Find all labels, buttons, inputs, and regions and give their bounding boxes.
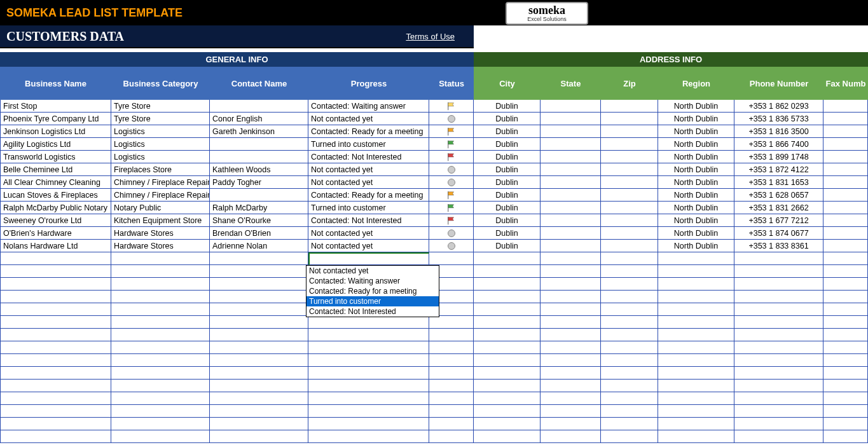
cell-bname[interactable]: O'Brien's Hardware — [0, 227, 111, 240]
col-business-name[interactable]: Business Name — [0, 67, 111, 100]
cell-status[interactable] — [429, 138, 474, 151]
cell-zip[interactable] — [601, 380, 658, 392]
cell-city[interactable]: Dublin — [474, 202, 541, 214]
cell-city[interactable]: Dublin — [474, 138, 541, 151]
cell-progress[interactable]: Contacted: Not Interested — [308, 214, 429, 227]
cell-bname[interactable] — [0, 329, 111, 341]
cell-region[interactable]: North Dublin — [658, 214, 734, 227]
cell-fax[interactable] — [823, 392, 868, 405]
cell-cname[interactable] — [210, 405, 308, 418]
table-row[interactable] — [0, 380, 868, 392]
cell-state[interactable] — [541, 163, 601, 176]
cell-zip[interactable] — [601, 176, 658, 189]
cell-zip[interactable] — [601, 418, 658, 430]
cell-status[interactable] — [429, 380, 474, 392]
cell-phone[interactable] — [734, 316, 823, 329]
cell-region[interactable] — [658, 367, 734, 380]
table-row[interactable]: O'Brien's HardwareHardware StoresBrendan… — [0, 227, 868, 240]
cell-cname[interactable]: Kathleen Woods — [210, 163, 308, 176]
cell-city[interactable] — [474, 252, 541, 265]
cell-cname[interactable] — [210, 418, 308, 430]
table-row[interactable]: Phoenix Tyre Company LtdTyre StoreConor … — [0, 113, 868, 125]
table-row[interactable] — [0, 354, 868, 367]
cell-status[interactable] — [429, 214, 474, 227]
table-row[interactable] — [0, 341, 868, 354]
cell-phone[interactable]: +353 1 899 1748 — [734, 151, 823, 163]
cell-bname[interactable]: Nolans Hardware Ltd — [0, 240, 111, 252]
cell-progress[interactable]: Not contacted yet — [308, 176, 429, 189]
cell-bcat[interactable]: Hardware Stores — [111, 227, 210, 240]
cell-state[interactable] — [541, 380, 601, 392]
cell-phone[interactable]: +353 1 831 2662 — [734, 202, 823, 214]
cell-state[interactable] — [541, 240, 601, 252]
cell-region[interactable] — [658, 392, 734, 405]
cell-status[interactable] — [429, 329, 474, 341]
cell-zip[interactable] — [601, 100, 658, 113]
cell-zip[interactable] — [601, 252, 658, 265]
cell-zip[interactable] — [601, 367, 658, 380]
cell-bcat[interactable] — [111, 316, 210, 329]
cell-region[interactable] — [658, 405, 734, 418]
cell-bname[interactable] — [0, 418, 111, 430]
cell-cname[interactable] — [210, 316, 308, 329]
cell-state[interactable] — [541, 316, 601, 329]
cell-state[interactable] — [541, 303, 601, 316]
cell-bname[interactable]: Jenkinson Logistics Ltd — [0, 125, 111, 138]
cell-cname[interactable] — [210, 278, 308, 291]
cell-progress[interactable] — [308, 392, 429, 405]
cell-progress[interactable] — [308, 341, 429, 354]
cell-fax[interactable] — [823, 202, 868, 214]
cell-state[interactable] — [541, 430, 601, 443]
cell-status[interactable] — [429, 227, 474, 240]
cell-bcat[interactable] — [111, 380, 210, 392]
cell-status[interactable] — [429, 151, 474, 163]
cell-region[interactable] — [658, 291, 734, 303]
cell-bcat[interactable]: Hardware Stores — [111, 240, 210, 252]
cell-city[interactable] — [474, 303, 541, 316]
cell-city[interactable]: Dublin — [474, 189, 541, 202]
progress-dropdown-list[interactable]: Not contacted yetContacted: Waiting answ… — [306, 265, 439, 317]
cell-zip[interactable] — [601, 125, 658, 138]
cell-zip[interactable] — [601, 405, 658, 418]
cell-fax[interactable] — [823, 405, 868, 418]
cell-state[interactable] — [541, 151, 601, 163]
cell-progress[interactable]: Not contacted yet — [308, 113, 429, 125]
cell-phone[interactable] — [734, 418, 823, 430]
cell-state[interactable] — [541, 125, 601, 138]
cell-region[interactable]: North Dublin — [658, 138, 734, 151]
cell-phone[interactable] — [734, 278, 823, 291]
cell-region[interactable]: North Dublin — [658, 202, 734, 214]
table-row[interactable]: Nolans Hardware LtdHardware StoresAdrien… — [0, 240, 868, 252]
cell-bcat[interactable]: Logistics — [111, 138, 210, 151]
cell-bname[interactable] — [0, 380, 111, 392]
cell-status[interactable] — [429, 189, 474, 202]
cell-status[interactable] — [429, 392, 474, 405]
cell-cname[interactable] — [210, 189, 308, 202]
cell-progress[interactable]: Not contacted yet — [308, 227, 429, 240]
cell-bcat[interactable] — [111, 367, 210, 380]
col-status[interactable]: Status — [429, 67, 474, 100]
cell-fax[interactable] — [823, 176, 868, 189]
cell-state[interactable] — [541, 202, 601, 214]
col-zip[interactable]: Zip — [601, 67, 658, 100]
cell-progress[interactable]: Contacted: Not Interested — [308, 151, 429, 163]
cell-region[interactable] — [658, 329, 734, 341]
cell-zip[interactable] — [601, 341, 658, 354]
cell-status[interactable] — [429, 252, 474, 265]
cell-bname[interactable] — [0, 367, 111, 380]
cell-zip[interactable] — [601, 354, 658, 367]
table-row[interactable]: Sweeney O'rourke LtdKitchen Equipment St… — [0, 214, 868, 227]
cell-cname[interactable] — [210, 367, 308, 380]
table-row[interactable] — [0, 430, 868, 443]
table-row[interactable]: Jenkinson Logistics LtdLogisticsGareth J… — [0, 125, 868, 138]
dropdown-option[interactable]: Turned into customer — [307, 296, 439, 306]
cell-phone[interactable] — [734, 392, 823, 405]
cell-region[interactable]: North Dublin — [658, 113, 734, 125]
col-state[interactable]: State — [541, 67, 601, 100]
col-business-category[interactable]: Business Category — [111, 67, 210, 100]
dropdown-option[interactable]: Contacted: Ready for a meeting — [307, 286, 439, 296]
cell-city[interactable] — [474, 278, 541, 291]
cell-city[interactable] — [474, 380, 541, 392]
cell-progress[interactable] — [308, 380, 429, 392]
table-row[interactable]: Agility Logistics LtdLogisticsTurned int… — [0, 138, 868, 151]
